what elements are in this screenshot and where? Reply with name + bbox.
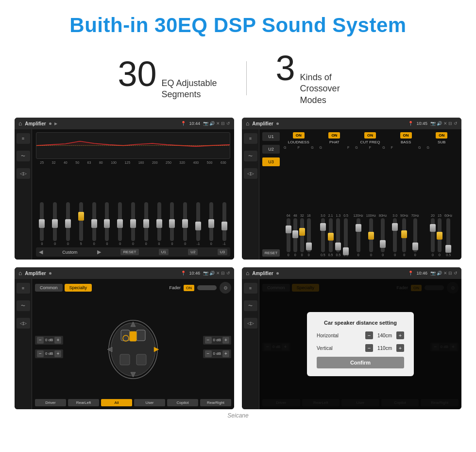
u1-button[interactable]: U1 xyxy=(159,249,169,255)
vertical-plus[interactable]: + xyxy=(396,344,404,352)
speaker-bottom-buttons: Driver RearLeft All User Copilot RearRig… xyxy=(35,399,231,406)
fl-db-value: 0 dB xyxy=(45,338,53,342)
speaker-time: 10:46 xyxy=(189,271,200,276)
rl-db-minus[interactable]: − xyxy=(37,350,44,357)
home-icon[interactable]: ⌂ xyxy=(18,120,22,127)
eq-slider-13: -1 xyxy=(192,202,204,245)
cutfreq-toggle[interactable]: ON xyxy=(364,132,376,139)
u2-button[interactable]: U2 xyxy=(188,249,198,255)
fr-db-plus[interactable]: + xyxy=(222,337,229,344)
speaker-tabs: Common Specialty xyxy=(35,284,92,292)
home-icon[interactable]: ⌂ xyxy=(246,270,249,277)
eq-sidebar-btn1[interactable]: ≡ xyxy=(17,133,30,144)
eq-sidebar-btn2[interactable]: 〜 xyxy=(17,151,30,161)
location-icon: 📍 xyxy=(181,271,186,276)
xo-sidebar-btn1[interactable]: ≡ xyxy=(244,133,257,144)
prev-btn[interactable]: ◀ xyxy=(39,249,43,255)
svg-marker-12 xyxy=(107,347,112,352)
svg-rect-5 xyxy=(136,330,145,341)
eq-sidebar: ≡ 〜 ◁▷ xyxy=(15,129,32,260)
eq-freq-labels: 2532 4050 6380 100125 160200 250320 4005… xyxy=(36,161,230,164)
fader-label: Fader xyxy=(169,285,181,290)
svg-rect-6 xyxy=(120,354,130,365)
svg-point-3 xyxy=(111,323,155,376)
sub-toggle[interactable]: ON xyxy=(436,132,447,139)
user-btn[interactable]: User xyxy=(134,399,165,406)
rr-db-plus[interactable]: + xyxy=(222,350,229,357)
rearleft-btn[interactable]: RearLeft xyxy=(68,399,99,406)
spk-sidebar-btn3[interactable]: ◁▷ xyxy=(17,318,30,329)
horizontal-plus[interactable]: + xyxy=(396,331,404,339)
speaker-app-name: Amplifier xyxy=(25,271,46,276)
eq-screen-content: ≡ 〜 ◁▷ 2532 4050 6380 xyxy=(15,129,234,260)
eq-number: 30 xyxy=(118,56,156,91)
phat-toggle[interactable]: ON xyxy=(328,132,340,139)
eq-slider-1: 0 xyxy=(36,202,48,245)
vertical-value: 110cm xyxy=(375,346,394,351)
home-icon[interactable]: ⌂ xyxy=(18,270,22,277)
dist-sidebar-btn3[interactable]: ◁▷ xyxy=(244,318,257,329)
svg-rect-8 xyxy=(130,331,136,341)
crossover-reset-button[interactable]: RESET xyxy=(262,249,280,257)
spk-sidebar-btn1[interactable]: ≡ xyxy=(17,283,30,294)
loudness-toggle[interactable]: ON xyxy=(293,132,305,139)
fader-slider[interactable] xyxy=(197,285,217,290)
svg-rect-7 xyxy=(136,354,146,365)
distance-main: Common Specialty Fader ON ⚙ − 0 dB xyxy=(259,279,461,409)
u1-preset[interactable]: U1 xyxy=(262,132,280,141)
vertical-minus[interactable]: − xyxy=(365,344,373,352)
common-tab[interactable]: Common xyxy=(35,284,63,292)
car-diagram-svg xyxy=(102,313,165,381)
cutfreq-name: CUT FREQ xyxy=(360,140,380,144)
rr-db-minus[interactable]: − xyxy=(205,350,212,357)
fl-db-plus[interactable]: + xyxy=(54,337,61,344)
page-title: Buith-in 30EQ DSP Sound System xyxy=(0,0,476,46)
dist-sidebar-btn2[interactable]: 〜 xyxy=(244,300,257,311)
distance-screen-content: ≡ 〜 ◁▷ Common Specialty Fader ON ⚙ xyxy=(242,279,461,409)
home-icon[interactable]: ⌂ xyxy=(246,120,249,127)
rl-db-value: 0 dB xyxy=(45,351,53,356)
fl-db-minus[interactable]: − xyxy=(37,337,44,344)
eq-slider-9: 0 xyxy=(140,202,152,245)
bass-name: BASS xyxy=(401,140,411,144)
eq-thumb-1 xyxy=(39,219,45,228)
confirm-button[interactable]: Confirm xyxy=(317,357,404,368)
horizontal-row: Horizontal − 140cm + xyxy=(317,331,404,339)
dist-sidebar-btn1[interactable]: ≡ xyxy=(244,283,257,294)
status-dot xyxy=(49,122,51,125)
fader-toggle[interactable]: ON xyxy=(184,285,194,291)
eq-screen: ⌂ Amplifier ▶ 📍 10:44 📷 🔊 ✕ ⊟ ↺ ≡ 〜 ◁▷ xyxy=(15,118,234,260)
speaker-header-icons: 📷 🔊 ✕ ⊟ ↺ xyxy=(203,271,230,276)
play-icon[interactable]: ▶ xyxy=(54,122,57,126)
crossover-app-name: Amplifier xyxy=(252,121,273,126)
rearright-btn[interactable]: RearRight xyxy=(200,399,231,406)
driver-btn[interactable]: Driver xyxy=(35,399,66,406)
fl-db-control: − 0 dB + xyxy=(35,336,63,345)
next-btn[interactable]: ▶ xyxy=(97,249,101,255)
eq-sidebar-btn3[interactable]: ◁▷ xyxy=(17,168,30,179)
settings-icon[interactable]: ⚙ xyxy=(220,282,231,294)
xo-sidebar-btn2[interactable]: 〜 xyxy=(244,151,257,161)
u2-preset[interactable]: U2 xyxy=(262,145,280,154)
spk-sidebar-btn2[interactable]: 〜 xyxy=(17,300,30,311)
specialty-tab[interactable]: Specialty xyxy=(65,284,92,292)
crossover-screen-content: ≡ 〜 ◁▷ U1 U2 U3 RESET ON LOUDNESS xyxy=(242,129,461,260)
rl-db-plus[interactable]: + xyxy=(54,350,61,357)
horizontal-minus[interactable]: − xyxy=(365,331,373,339)
reset-button[interactable]: RESET xyxy=(120,249,139,255)
vertical-label: Vertical xyxy=(317,346,346,351)
fr-db-minus[interactable]: − xyxy=(205,337,212,344)
bass-toggle[interactable]: ON xyxy=(400,132,412,139)
u3-preset[interactable]: U3 xyxy=(262,157,280,166)
horizontal-label: Horizontal xyxy=(317,333,346,338)
phat-band: ON PHAT G F 3.0 0.5 xyxy=(318,132,352,257)
crossover-number: 3 xyxy=(276,51,295,86)
u3-button[interactable]: U3 xyxy=(218,249,227,255)
distance-header-icons: 📷 🔊 ✕ ⊟ ↺ xyxy=(430,271,458,276)
copilot-btn[interactable]: Copilot xyxy=(167,399,198,406)
eq-slider-2: 0 xyxy=(49,202,61,245)
xo-sidebar-btn3[interactable]: ◁▷ xyxy=(244,168,257,179)
distance-dialog-overlay: Car speaker distance setting Horizontal … xyxy=(259,279,461,409)
all-btn[interactable]: All xyxy=(101,399,132,406)
eq-slider-11: 0 xyxy=(166,202,178,245)
